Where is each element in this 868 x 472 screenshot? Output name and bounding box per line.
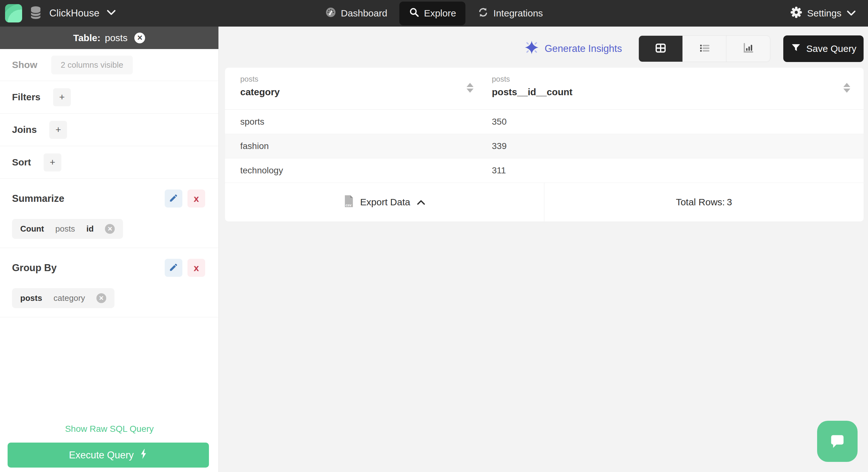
results-table-card: posts category posts posts__id__count sp… [225, 68, 864, 222]
chevron-up-icon [416, 197, 426, 208]
cell-count: 350 [492, 117, 864, 127]
settings-label: Settings [807, 8, 841, 19]
nav-item-integrations[interactable]: Integrations [470, 2, 551, 25]
filters-label: Filters [12, 92, 40, 102]
save-query-label: Save Query [806, 43, 856, 54]
pencil-icon [169, 193, 178, 204]
nav-item-label: Dashboard [341, 8, 387, 19]
summarize-section: Summarize x Count posts id ✕ [0, 179, 218, 248]
remove-group-by-chip-button[interactable]: ✕ [96, 293, 106, 303]
sort-icon[interactable] [843, 83, 850, 93]
columns-visible-button[interactable]: 2 columns visible [51, 56, 133, 75]
total-rows: Total Rows:3 [544, 183, 864, 222]
chat-launcher-button[interactable] [817, 421, 858, 462]
close-icon: ✕ [99, 295, 104, 302]
show-section: Show 2 columns visible [0, 49, 218, 81]
delete-summarize-button[interactable]: x [187, 189, 205, 208]
table-row[interactable]: fashion 339 [225, 134, 864, 158]
svg-text:csv: csv [345, 203, 352, 207]
filters-section: Filters + [0, 81, 218, 114]
generate-insights-button[interactable]: Generate Insights [524, 40, 622, 57]
joins-label: Joins [12, 124, 37, 135]
results-table-header: posts category posts posts__id__count [225, 68, 864, 110]
x-icon: x [194, 193, 199, 204]
table-row[interactable]: technology 311 [225, 158, 864, 183]
chevron-down-icon [846, 8, 856, 19]
total-rows-label: Total Rows: [676, 197, 725, 208]
delete-group-by-button[interactable]: x [187, 259, 205, 277]
bar-chart-icon [742, 41, 755, 56]
view-mode-switcher [639, 35, 770, 62]
lightning-bolt-icon [140, 449, 148, 462]
chart-view-button[interactable] [726, 36, 770, 62]
add-sort-button[interactable]: + [43, 153, 61, 172]
column-header-category[interactable]: posts category [225, 68, 492, 110]
show-raw-sql-link[interactable]: Show Raw SQL Query [0, 424, 219, 434]
edit-summarize-button[interactable] [165, 189, 182, 208]
x-icon: x [194, 263, 199, 273]
total-rows-value: 3 [727, 197, 732, 208]
sparkle-icon [524, 40, 539, 57]
settings-menu[interactable]: Settings [790, 6, 856, 21]
chip-column: category [54, 293, 85, 303]
cell-category: fashion [225, 141, 492, 151]
execute-query-label: Execute Query [69, 449, 134, 461]
sync-icon [477, 7, 489, 20]
generate-insights-label: Generate Insights [545, 43, 622, 54]
summarize-chip: Count posts id ✕ [12, 219, 123, 239]
cell-category: sports [225, 117, 492, 127]
table-view-button[interactable] [639, 36, 683, 62]
app-logo [5, 4, 22, 23]
nav-item-explore[interactable]: Explore [399, 2, 466, 25]
table-view-icon [654, 41, 667, 56]
table-name: posts [105, 33, 128, 43]
show-label: Show [12, 59, 37, 70]
column-header-posts-id-count[interactable]: posts posts__id__count [492, 68, 864, 110]
joins-section: Joins + [0, 114, 218, 146]
export-data-button[interactable]: csv Export Data [225, 183, 544, 222]
nav-item-dashboard[interactable]: Dashboard [317, 2, 395, 25]
table-label: Table: [73, 33, 100, 43]
brand-name: ClickHouse [49, 8, 99, 19]
add-join-button[interactable]: + [49, 121, 67, 139]
sort-label: Sort [12, 157, 31, 168]
column-group: posts [240, 75, 492, 84]
cell-category: technology [225, 166, 492, 176]
nav-item-label: Explore [424, 8, 456, 19]
chip-table: posts [20, 293, 42, 303]
remove-summarize-chip-button[interactable]: ✕ [105, 224, 115, 234]
close-icon: ✕ [107, 225, 113, 233]
results-table-footer: csv Export Data Total Rows:3 [225, 183, 864, 222]
summarize-label: Summarize [12, 193, 64, 204]
app-root: ClickHouse Dashboard [0, 0, 868, 472]
funnel-icon [790, 42, 801, 55]
table-header-bar: Table: posts ✕ [0, 27, 218, 49]
database-icon [29, 5, 42, 21]
nav-item-label: Integrations [493, 8, 543, 19]
edit-group-by-button[interactable] [165, 259, 182, 277]
close-table-button[interactable]: ✕ [134, 33, 145, 43]
cell-count: 339 [492, 141, 864, 151]
gauge-icon [325, 7, 336, 20]
sort-icon[interactable] [467, 83, 473, 93]
search-icon [409, 7, 420, 20]
column-name: category [240, 87, 492, 97]
list-view-button[interactable] [683, 36, 727, 62]
add-filter-button[interactable]: + [53, 88, 71, 106]
sort-section: Sort + [0, 146, 218, 179]
group-by-chip: posts category ✕ [12, 288, 115, 308]
brand[interactable]: ClickHouse [5, 4, 116, 23]
chevron-down-icon [106, 9, 116, 17]
top-navbar: ClickHouse Dashboard [0, 0, 868, 27]
cell-count: 311 [492, 166, 864, 176]
export-data-label: Export Data [360, 197, 410, 208]
query-builder-sidebar: Table: posts ✕ Show 2 columns visible Fi… [0, 27, 219, 472]
csv-file-icon: csv [344, 195, 354, 210]
chip-column: id [86, 224, 94, 234]
execute-query-button[interactable]: Execute Query [8, 443, 209, 468]
save-query-button[interactable]: Save Query [783, 35, 864, 62]
list-view-icon [698, 41, 711, 56]
table-row[interactable]: sports 350 [225, 110, 864, 134]
column-group: posts [492, 75, 864, 84]
chip-table: posts [55, 224, 75, 234]
